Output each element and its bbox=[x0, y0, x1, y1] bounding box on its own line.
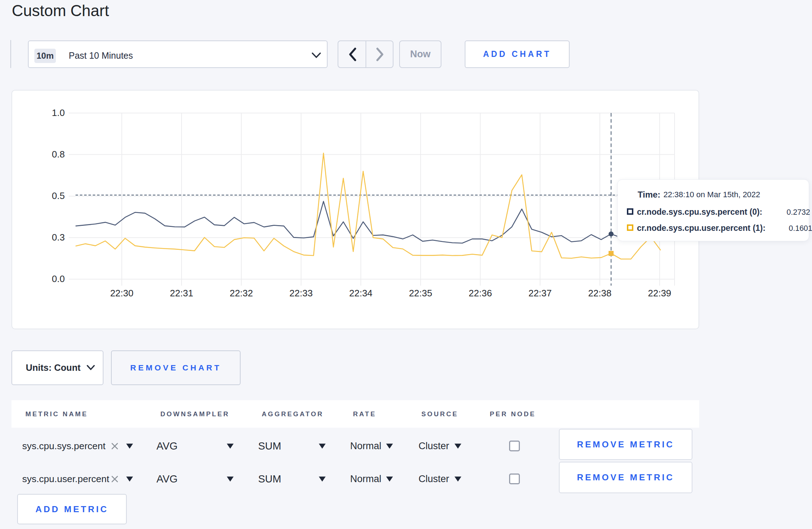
svg-text:22:36: 22:36 bbox=[469, 288, 492, 299]
svg-text:22:39: 22:39 bbox=[648, 288, 671, 299]
svg-text:22:38: 22:38 bbox=[588, 288, 612, 299]
svg-text:1.0: 1.0 bbox=[52, 107, 65, 118]
svg-text:0.0: 0.0 bbox=[52, 273, 65, 284]
svg-text:0.5: 0.5 bbox=[52, 190, 65, 201]
svg-text:22:35: 22:35 bbox=[409, 288, 432, 299]
svg-text:22:30: 22:30 bbox=[110, 288, 134, 299]
svg-text:22:33: 22:33 bbox=[289, 288, 313, 299]
svg-text:0.8: 0.8 bbox=[52, 149, 65, 160]
svg-text:22:34: 22:34 bbox=[349, 288, 372, 299]
svg-text:22:32: 22:32 bbox=[229, 288, 253, 299]
svg-text:0.3: 0.3 bbox=[52, 232, 65, 243]
svg-text:22:37: 22:37 bbox=[528, 288, 552, 299]
svg-text:22:31: 22:31 bbox=[170, 288, 193, 299]
